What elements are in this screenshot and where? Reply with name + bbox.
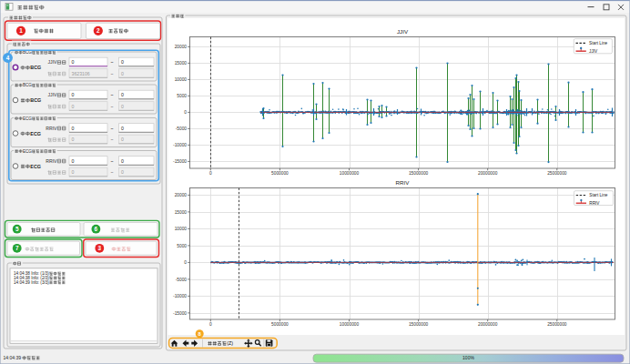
svg-text:~: ~ (111, 136, 114, 142)
svg-text:15000: 15000 (175, 210, 188, 215)
svg-text:0: 0 (72, 136, 75, 142)
svg-text:0: 0 (209, 322, 212, 327)
svg-text:10000000: 10000000 (340, 171, 360, 176)
svg-text:0: 0 (72, 158, 75, 164)
svg-text:JJIV: JJIV (589, 49, 598, 54)
svg-text:15000000: 15000000 (409, 171, 429, 176)
svg-text:0: 0 (121, 136, 124, 142)
svg-text:20000: 20000 (175, 193, 188, 197)
svg-text:ECG: ECG (30, 131, 41, 136)
svg-text:14:04:39: 14:04:39 (4, 355, 22, 360)
svg-text:1: 1 (19, 27, 23, 34)
svg-text:100%: 100% (462, 355, 474, 360)
svg-text:(Z): (Z) (227, 340, 233, 346)
svg-text:5000: 5000 (177, 94, 187, 98)
svg-text:20000: 20000 (175, 45, 188, 49)
svg-text:JJIV: JJIV (397, 28, 409, 35)
svg-text:5000000: 5000000 (271, 322, 289, 327)
svg-text:RRIV: RRIV (589, 201, 600, 206)
svg-text:25000000: 25000000 (547, 171, 567, 176)
svg-text:4: 4 (6, 55, 10, 61)
svg-text:Start Line: Start Line (589, 41, 607, 46)
svg-text:0: 0 (121, 169, 124, 175)
svg-text:0: 0 (121, 158, 124, 164)
svg-text:0: 0 (72, 169, 75, 175)
svg-text:-5000: -5000 (176, 278, 188, 282)
svg-text:0: 0 (121, 126, 124, 131)
svg-text:20000000: 20000000 (478, 171, 498, 176)
svg-text:0: 0 (121, 71, 124, 76)
svg-text:~: ~ (111, 92, 114, 97)
svg-text:BCG: BCG (30, 65, 41, 70)
svg-text:25000000: 25000000 (547, 322, 567, 327)
svg-text:ECG: ECG (23, 116, 32, 121)
svg-text:~: ~ (111, 126, 114, 131)
svg-text:10000: 10000 (175, 77, 188, 82)
svg-text:0: 0 (72, 104, 75, 109)
svg-text:5: 5 (15, 226, 19, 232)
svg-text:0: 0 (72, 59, 75, 65)
svg-text:~: ~ (111, 104, 114, 109)
svg-text:5000: 5000 (177, 244, 187, 248)
svg-text:0: 0 (121, 59, 124, 65)
svg-text:0: 0 (72, 92, 75, 97)
svg-text:14:04:39 Info: (3/3): 14:04:39 Info: (3/3) (14, 280, 49, 285)
svg-text:15000: 15000 (175, 61, 188, 66)
svg-text:BCG: BCG (30, 97, 41, 103)
svg-text:BCG: BCG (23, 83, 32, 87)
svg-text:0: 0 (72, 126, 75, 131)
svg-text:RRIV: RRIV (46, 158, 57, 164)
svg-text:15000000: 15000000 (409, 322, 429, 327)
svg-text:Start Line: Start Line (589, 193, 607, 197)
svg-text:~: ~ (111, 158, 114, 164)
svg-text:6: 6 (95, 226, 98, 232)
svg-text:0: 0 (184, 260, 187, 265)
svg-text:~: ~ (111, 59, 114, 65)
svg-text:0: 0 (121, 92, 124, 97)
svg-text:-15000: -15000 (173, 311, 187, 316)
svg-text:3: 3 (98, 245, 102, 251)
svg-text:JJIV: JJIV (47, 92, 57, 97)
svg-text:-15000: -15000 (173, 159, 187, 164)
svg-text:5000000: 5000000 (271, 171, 289, 176)
svg-text:RRIV: RRIV (46, 126, 57, 131)
svg-text:10000: 10000 (175, 227, 188, 231)
svg-text:2: 2 (97, 27, 100, 34)
svg-text:ECG: ECG (23, 149, 32, 154)
svg-text:3623106: 3623106 (72, 71, 90, 76)
svg-text:-10000: -10000 (173, 143, 187, 147)
svg-text:7: 7 (15, 245, 19, 251)
svg-text:~: ~ (111, 71, 114, 76)
svg-text:0: 0 (184, 110, 187, 115)
svg-text:RRIV: RRIV (396, 179, 411, 186)
svg-text:-10000: -10000 (173, 294, 187, 298)
svg-text:ECG: ECG (30, 164, 41, 169)
svg-text:JJIV: JJIV (47, 59, 57, 65)
svg-text:-5000: -5000 (176, 126, 188, 131)
svg-text:20000000: 20000000 (478, 322, 498, 327)
svg-text:0: 0 (121, 104, 124, 109)
svg-text:10000000: 10000000 (340, 322, 360, 327)
svg-text:~: ~ (111, 169, 114, 175)
svg-text:0: 0 (209, 171, 212, 176)
